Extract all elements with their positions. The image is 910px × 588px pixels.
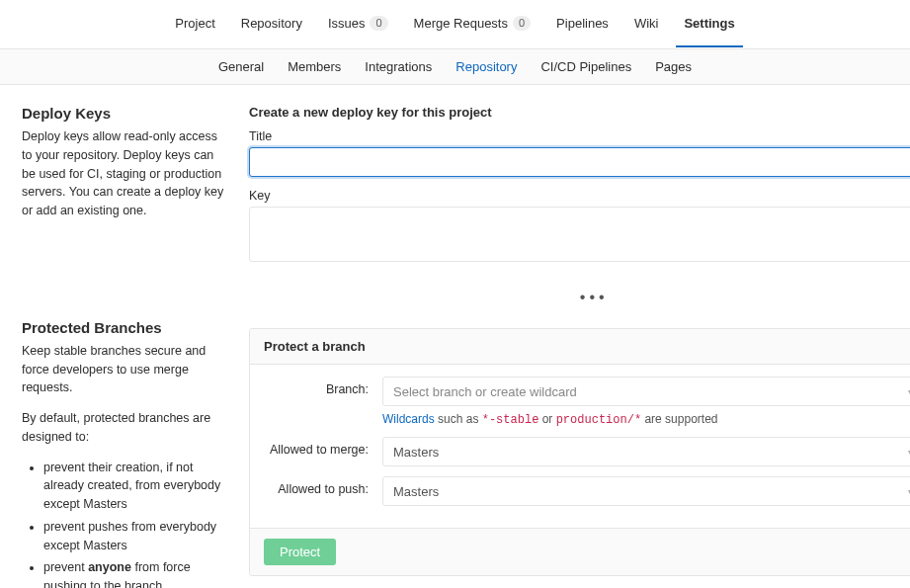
nav-wiki[interactable]: Wiki: [626, 1, 667, 47]
subnav-cicd[interactable]: CI/CD Pipelines: [533, 49, 639, 84]
bullet-3: prevent anyone from force pushing to the…: [43, 558, 229, 588]
nav-pipelines[interactable]: Pipelines: [548, 1, 617, 47]
deploy-keys-form-heading: Create a new deploy key for this project: [249, 105, 910, 120]
bullet-2: prevent pushes from everybody except Mas…: [43, 518, 229, 555]
key-textarea[interactable]: [249, 207, 910, 262]
mr-count: 0: [513, 16, 531, 31]
settings-sub-nav: General Members Integrations Repository …: [0, 49, 910, 85]
nav-settings[interactable]: Settings: [676, 1, 742, 47]
allowed-merge-select[interactable]: Masters ▾: [382, 437, 910, 466]
subnav-integrations[interactable]: Integrations: [357, 49, 440, 84]
project-top-nav: Project Repository Issues0 Merge Request…: [0, 0, 910, 49]
subnav-members[interactable]: Members: [280, 49, 349, 84]
protect-branch-header: Protect a branch: [250, 329, 910, 365]
protect-branch-panel: Protect a branch Branch: Select branch o…: [249, 328, 910, 576]
deploy-keys-description: Deploy keys allow read-only access to yo…: [22, 127, 229, 220]
title-input[interactable]: [249, 147, 910, 177]
key-label: Key: [249, 189, 910, 203]
link-wildcards[interactable]: Wildcards: [382, 412, 435, 426]
nav-issues[interactable]: Issues0: [320, 1, 396, 47]
title-label: Title: [249, 129, 910, 143]
protect-button[interactable]: Protect: [264, 539, 336, 565]
subnav-pages[interactable]: Pages: [647, 49, 700, 84]
deploy-keys-form: Create a new deploy key for this project…: [249, 105, 910, 265]
ellipsis-icon: •••: [249, 289, 910, 306]
subnav-repository[interactable]: Repository: [448, 49, 525, 84]
allowed-merge-label: Allowed to merge:: [264, 437, 382, 457]
protected-bullet-list: prevent their creation, if not already c…: [22, 459, 229, 589]
deploy-keys-sidebar: Deploy Keys Deploy keys allow read-only …: [22, 105, 229, 220]
nav-repository[interactable]: Repository: [233, 1, 310, 47]
nav-project[interactable]: Project: [167, 1, 222, 47]
deploy-keys-title: Deploy Keys: [22, 105, 229, 122]
protected-by-default: By default, protected branches are desig…: [22, 409, 229, 447]
protected-intro: Keep stable branches secure and force de…: [22, 342, 229, 397]
branch-select[interactable]: Select branch or create wildcard ▾: [382, 377, 910, 406]
bullet-1: prevent their creation, if not already c…: [43, 459, 229, 514]
protected-branches-sidebar: Protected Branches Keep stable branches …: [22, 319, 229, 588]
subnav-general[interactable]: General: [210, 49, 272, 84]
nav-merge-requests[interactable]: Merge Requests0: [406, 1, 539, 47]
branch-label: Branch:: [264, 377, 382, 396]
allowed-push-label: Allowed to push:: [264, 476, 382, 496]
issues-count: 0: [370, 16, 387, 31]
protected-branches-title: Protected Branches: [22, 319, 229, 336]
allowed-push-select[interactable]: Masters ▾: [382, 476, 910, 506]
wildcard-hint: Wildcards such as *-stable or production…: [382, 412, 910, 427]
